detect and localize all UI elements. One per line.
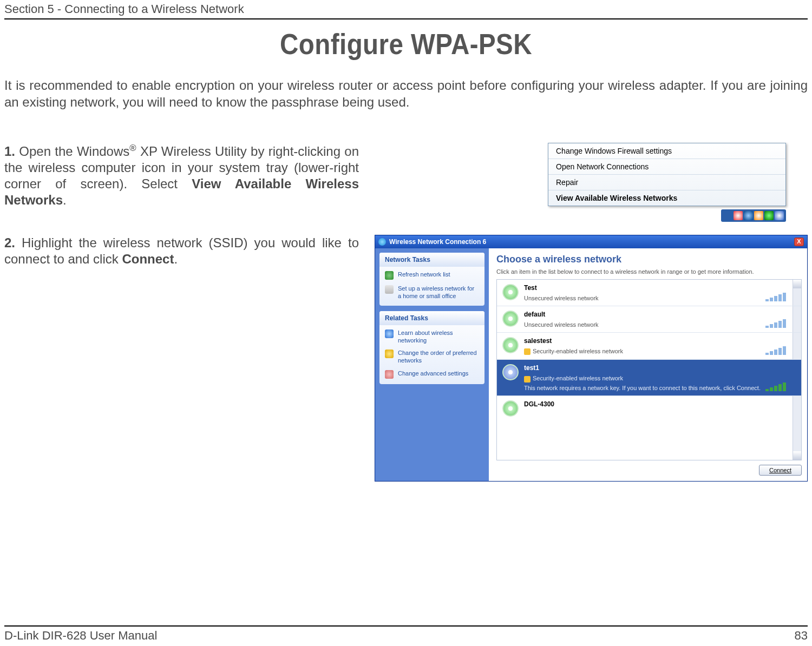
- tray-icon[interactable]: [764, 211, 774, 220]
- network-item-test[interactable]: Test Unsecured wireless network: [497, 280, 801, 306]
- connect-button[interactable]: Connect: [759, 465, 802, 476]
- change-order-link[interactable]: Change the order of preferred networks: [385, 350, 479, 365]
- network-item-test1[interactable]: test1 Security-enabled wireless network …: [497, 360, 801, 395]
- wifi-icon: [502, 337, 519, 353]
- signal-icon: [765, 345, 789, 355]
- window-titlebar[interactable]: Wireless Network Connection 6 X: [375, 235, 807, 248]
- tray-icon[interactable]: [754, 211, 763, 220]
- intro-paragraph: It is recommended to enable encryption o…: [4, 77, 808, 110]
- step-2-screenshot: Wireless Network Connection 6 X Network …: [372, 235, 808, 482]
- section-header: Section 5 - Connecting to a Wireless Net…: [4, 0, 808, 19]
- wireless-connection-window: Wireless Network Connection 6 X Network …: [375, 235, 808, 482]
- antenna-icon: [378, 238, 386, 246]
- info-icon: [385, 329, 394, 338]
- lock-icon: [524, 348, 531, 355]
- choose-network-heading: Choose a wireless network: [496, 254, 802, 265]
- network-tasks-panel: Network Tasks Refresh network list Set u…: [379, 253, 484, 306]
- step-2-number: 2.: [4, 235, 15, 250]
- tray-icon[interactable]: [734, 211, 743, 220]
- network-item-salestest[interactable]: salestest Security-enabled wireless netw…: [497, 333, 801, 360]
- page-number: 83: [795, 629, 808, 643]
- step-1-screenshot: Change Windows Firewall settings Open Ne…: [372, 143, 808, 222]
- signal-icon: [765, 292, 789, 301]
- context-menu: Change Windows Firewall settings Open Ne…: [548, 143, 786, 206]
- tray-wireless-icon[interactable]: [744, 211, 753, 220]
- setup-network-link[interactable]: Set up a wireless network for a home or …: [385, 285, 479, 300]
- refresh-network-link[interactable]: Refresh network list: [385, 271, 479, 280]
- page-footer: D-Link DIR-628 User Manual 83: [4, 625, 808, 643]
- content-pane: Choose a wireless network Click an item …: [489, 248, 807, 481]
- step-2-text: 2. Highlight the wireless network (SSID)…: [4, 235, 359, 267]
- wifi-icon: [502, 284, 519, 300]
- system-tray: [721, 209, 786, 222]
- window-title: Wireless Network Connection 6: [389, 238, 486, 246]
- sidebar: Network Tasks Refresh network list Set u…: [375, 248, 489, 481]
- star-icon: [385, 350, 394, 358]
- network-item-default[interactable]: default Unsecured wireless network: [497, 306, 801, 333]
- advanced-settings-link[interactable]: Change advanced settings: [385, 370, 479, 379]
- ctx-item-repair[interactable]: Repair: [548, 175, 785, 190]
- network-item-dgl4300[interactable]: DGL-4300: [497, 396, 801, 419]
- footer-left: D-Link DIR-628 User Manual: [4, 629, 157, 643]
- related-tasks-header: Related Tasks: [379, 311, 484, 325]
- network-tasks-header: Network Tasks: [379, 253, 484, 267]
- close-button[interactable]: X: [794, 238, 804, 246]
- signal-icon: [765, 318, 789, 328]
- gear-icon: [385, 370, 394, 379]
- ctx-item-firewall[interactable]: Change Windows Firewall settings: [548, 143, 785, 159]
- wifi-icon: [502, 400, 519, 417]
- ctx-item-open-connections[interactable]: Open Network Connections: [548, 159, 785, 175]
- lock-icon: [524, 376, 531, 383]
- ctx-item-view-networks[interactable]: View Available Wireless Networks: [548, 190, 785, 206]
- learn-wireless-link[interactable]: Learn about wireless networking: [385, 329, 479, 345]
- step-1-row: 1. Open the Windows® XP Wireless Utility…: [4, 143, 808, 222]
- step-2-row: 2. Highlight the wireless network (SSID)…: [4, 235, 808, 482]
- wifi-icon: [502, 311, 519, 327]
- wifi-icon: [502, 364, 519, 380]
- choose-network-sub: Click an item in the list below to conne…: [496, 268, 802, 275]
- page-title: Configure WPA-PSK: [53, 27, 759, 61]
- network-list: Test Unsecured wireless network default …: [496, 279, 802, 460]
- step-1-text: 1. Open the Windows® XP Wireless Utility…: [4, 143, 359, 208]
- tray-icon[interactable]: [775, 211, 784, 220]
- related-tasks-panel: Related Tasks Learn about wireless netwo…: [379, 311, 484, 384]
- step-1-number: 1.: [4, 144, 15, 159]
- refresh-icon: [385, 271, 394, 280]
- setup-icon: [385, 285, 394, 294]
- signal-icon: [765, 381, 789, 391]
